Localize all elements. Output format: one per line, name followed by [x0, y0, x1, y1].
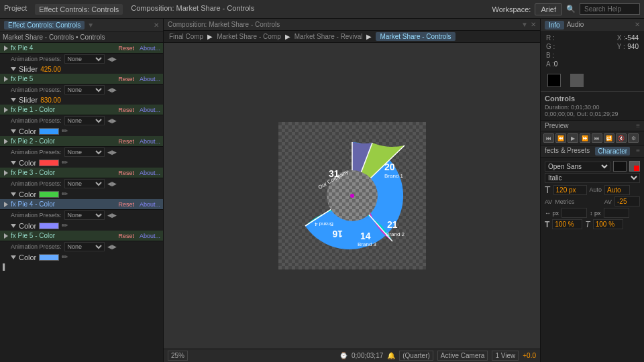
pie2color-presets-select[interactable]: None [64, 147, 105, 157]
prev-forward[interactable]: ⏩ [580, 133, 590, 143]
pie4-label: fx Pie 4 [11, 44, 33, 52]
pie5-slider-val[interactable]: 830.00 [40, 97, 61, 104]
pie2color-swatch[interactable] [39, 160, 59, 166]
prev-settings[interactable]: ⚙ [628, 133, 639, 143]
pie4color-about[interactable]: About... [140, 201, 160, 208]
pie3color-presets-row: Animation Presets: None ◀▶ [0, 178, 163, 189]
effects-tab[interactable]: fects & Presets [545, 147, 590, 156]
pie4-section[interactable]: fx Pie 4 Reset About... [0, 43, 163, 54]
menu-project[interactable]: Project [4, 4, 27, 15]
pie4color-arrow[interactable]: ◀▶ [107, 212, 117, 219]
pie5-reset[interactable]: Reset [118, 76, 134, 82]
pie5color-section[interactable]: fx Pie 5 - Color Reset About... [0, 231, 163, 241]
tab-info[interactable]: Info [545, 21, 564, 29]
pie3color-swatch[interactable] [39, 191, 59, 198]
pie5color-presets-select[interactable]: None [64, 242, 105, 251]
preview-header: Preview ≡ [541, 120, 644, 131]
prev-loop[interactable]: 🔁 [604, 133, 614, 143]
pie5color-reset[interactable]: Reset [118, 233, 134, 239]
char-height-input[interactable] [593, 219, 623, 229]
char-width-input[interactable] [552, 219, 582, 229]
char-h-scale-input[interactable] [561, 208, 587, 218]
pie1color-about[interactable]: About... [140, 107, 160, 113]
pie4color-reset[interactable]: Reset [118, 201, 134, 208]
comp-footer-zoom[interactable]: 25% [168, 351, 188, 361]
right-panel2-menu[interactable]: ≡ [636, 147, 640, 156]
pie4color-presets-select[interactable]: None [64, 210, 105, 220]
left-panel-close[interactable]: ✕ [154, 21, 159, 29]
char-v-scale-input[interactable] [604, 208, 629, 218]
pie1color-section[interactable]: fx Pie 1 - Color Reset About... [0, 105, 163, 115]
comp-view[interactable]: 1 View [492, 351, 519, 361]
bc-market-share-controls[interactable]: Market Share - Controls [376, 32, 455, 41]
preview-menu[interactable]: ≡ [636, 122, 640, 129]
pie1color-swatch[interactable] [39, 128, 59, 135]
prev-first[interactable]: ⏮ [543, 133, 554, 143]
char-font-select[interactable]: Open Sans [545, 162, 610, 172]
char-size-input[interactable] [553, 185, 587, 195]
label-14: 14 [360, 231, 371, 241]
comp-close[interactable]: ✕ [531, 21, 536, 28]
right-panel-close[interactable]: ✕ [635, 21, 640, 29]
bc-market-share-comp[interactable]: Market Share - Comp [217, 33, 281, 40]
char-tracking-input[interactable] [614, 196, 640, 206]
pie5-arrow[interactable]: ◀▶ [107, 86, 117, 93]
bc-final-comp[interactable]: Final Comp [169, 33, 203, 40]
left-panel-header: Effect Controls: Controls ▼ ✕ [0, 19, 163, 32]
pie3color-about[interactable]: About... [140, 170, 160, 176]
character-tab[interactable]: Character [595, 147, 630, 156]
pie5-label: fx Pie 5 [11, 75, 33, 82]
comp-bell: 🔔 [387, 352, 395, 359]
menu-composition[interactable]: Composition: Market Share - Controls [131, 4, 254, 15]
pie5color-about[interactable]: About... [140, 233, 160, 239]
pie1color-arrow[interactable]: ◀▶ [107, 117, 117, 124]
pie5-section[interactable]: fx Pie 5 Reset About... [0, 74, 163, 84]
pie5color-arrow[interactable]: ◀▶ [107, 243, 117, 250]
prev-mute[interactable]: 🔇 [616, 133, 627, 143]
bc-market-share-revival[interactable]: Market Share - Revival [294, 33, 363, 40]
pie4-arrow[interactable]: ◀▶ [107, 56, 117, 62]
pie4color-swatch[interactable] [39, 223, 59, 229]
label-16: 16 [332, 229, 343, 239]
prev-play[interactable]: ▶ [568, 133, 578, 143]
pie3color-section[interactable]: fx Pie 3 - Color Reset About... [0, 168, 163, 178]
pie3color-reset[interactable]: Reset [118, 170, 134, 176]
pie2color-arrow[interactable]: ◀▶ [107, 149, 117, 156]
info-a-label: A : [546, 60, 554, 68]
char-color-swatch2[interactable] [629, 161, 640, 172]
left-panel-tab[interactable]: Effect Controls: Controls [4, 21, 85, 29]
pie4color-section[interactable]: fx Pie 4 - Color Reset About... [0, 199, 163, 210]
char-size-icon: T [545, 184, 551, 195]
search-help-input[interactable] [580, 3, 640, 15]
char-style-select[interactable]: Italic [545, 173, 640, 183]
duration-label: Duration: 0;01;30;00 [545, 104, 640, 111]
workspace-value[interactable]: Arief [535, 3, 562, 15]
char-leading-input[interactable] [604, 185, 630, 195]
menu-effect-controls[interactable]: Effect Controls: Controls [35, 4, 123, 15]
char-spacing-icon: AV [604, 198, 612, 205]
pie1color-presets-select[interactable]: None [64, 116, 105, 125]
pie2color-section[interactable]: fx Pie 2 - Color Reset About... [0, 136, 163, 147]
pie4-reset[interactable]: Reset [118, 45, 134, 52]
prev-last[interactable]: ⏭ [592, 133, 602, 143]
pie3color-presets-select[interactable]: None [64, 179, 105, 188]
char-kerning-icon: AV [545, 198, 552, 205]
pie2color-about[interactable]: About... [140, 138, 160, 145]
pie2color-row: Color ✏ [0, 158, 163, 168]
comp-quality[interactable]: (Quarter) [399, 351, 433, 361]
pie4-about[interactable]: About... [140, 45, 160, 52]
pie4-presets-select[interactable]: None [64, 54, 105, 64]
tab-audio[interactable]: Audio [567, 21, 584, 29]
pie2color-reset[interactable]: Reset [118, 138, 134, 145]
pie5-about[interactable]: About... [140, 76, 160, 82]
comp-dropdown[interactable]: ▼ [521, 21, 528, 28]
prev-back[interactable]: ⏪ [555, 133, 566, 143]
char-color-swatch[interactable] [613, 161, 627, 172]
pie1color-reset[interactable]: Reset [118, 107, 134, 113]
pie2color-presets-row: Animation Presets: None ◀▶ [0, 147, 163, 158]
pie4-slider-val[interactable]: 425.00 [40, 66, 61, 73]
pie5color-swatch[interactable] [39, 254, 59, 261]
pie5-presets-select[interactable]: None [64, 85, 105, 95]
pie3color-arrow[interactable]: ◀▶ [107, 180, 117, 187]
comp-camera[interactable]: Active Camera [437, 351, 488, 361]
